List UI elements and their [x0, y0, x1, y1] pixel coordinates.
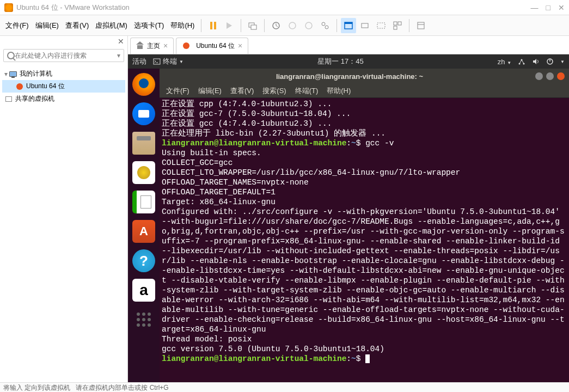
snapshot-manager-button[interactable]	[317, 18, 333, 33]
term-menu-view[interactable]: 查看(V)	[227, 85, 257, 97]
tab-ubuntu-close[interactable]: ×	[238, 41, 242, 50]
terminal-maximize-button[interactable]	[546, 72, 554, 80]
dock-show-apps[interactable]	[132, 308, 155, 331]
tab-home-close[interactable]: ×	[163, 41, 168, 50]
send-ctrl-alt-del-button[interactable]	[245, 18, 260, 33]
console-view-button[interactable]	[390, 18, 405, 33]
status-hint-2: 请在虚拟机内部单击或按 Ctrl+G	[76, 383, 168, 391]
chevron-down-icon: ▼	[179, 59, 183, 64]
menu-help[interactable]: 帮助(H)	[167, 19, 198, 33]
menu-file[interactable]: 文件(F)	[2, 19, 32, 33]
svg-rect-12	[398, 22, 401, 25]
expand-icon: ▾	[4, 70, 8, 78]
input-method[interactable]: zh ▼	[498, 58, 511, 66]
vm-tabs: 主页 × Ubuntu 64 位 ×	[128, 36, 569, 54]
snapshot-button[interactable]	[268, 18, 284, 33]
tree-root-label: 我的计算机	[20, 69, 52, 78]
window-title: Ubuntu 64 位 - VMware Workstation	[16, 3, 531, 13]
library-sidebar: ✕ ▾ ▾ 我的计算机 Ubuntu 64 位 共享的虚拟机	[0, 36, 128, 382]
snapshot-take-button[interactable]	[285, 18, 300, 33]
search-dropdown-icon[interactable]: ▾	[117, 52, 120, 59]
maximize-button[interactable]: □	[546, 3, 550, 12]
terminal-menubar: 文件(F) 编辑(E) 查看(V) 搜索(S) 终端(T) 帮助(H)	[160, 84, 569, 98]
snapshot-revert-button[interactable]	[301, 18, 316, 33]
search-icon	[7, 52, 15, 59]
svg-rect-9	[362, 23, 368, 28]
menu-tabs[interactable]: 选项卡(T)	[131, 19, 168, 33]
terminal-window: liangranran@liangranran-virtual-machine:…	[160, 69, 569, 382]
terminal-close-button[interactable]	[557, 72, 565, 80]
tab-ubuntu-label: Ubuntu 64 位	[196, 41, 235, 51]
search-input[interactable]	[15, 52, 117, 59]
terminal-app-icon	[153, 58, 161, 65]
sidebar-close-button[interactable]: ✕	[0, 36, 127, 47]
svg-rect-10	[377, 23, 385, 28]
terminal-titlebar[interactable]: liangranran@liangranran-virtual-machine:…	[160, 69, 569, 84]
tree-shared-label: 共享的虚拟机	[15, 94, 54, 103]
power-icon[interactable]	[546, 58, 554, 65]
home-icon	[136, 42, 144, 49]
svg-rect-11	[394, 22, 397, 25]
term-menu-file[interactable]: 文件(F)	[163, 85, 193, 97]
tab-home-label: 主页	[147, 41, 160, 51]
fullscreen-button[interactable]	[341, 18, 356, 33]
dock-amazon[interactable]	[132, 279, 155, 302]
status-hint-1: 将输入 定向到该虚拟机	[3, 383, 70, 391]
svg-rect-16	[154, 59, 160, 64]
svg-rect-13	[394, 26, 397, 29]
term-menu-search[interactable]: 搜索(S)	[259, 85, 289, 97]
stretch-button[interactable]	[374, 18, 389, 33]
dock-libreoffice[interactable]	[132, 191, 155, 213]
shared-icon	[4, 95, 13, 103]
close-button[interactable]: ✕	[558, 3, 565, 12]
computer-icon	[9, 70, 17, 78]
dock-rhythmbox[interactable]	[132, 161, 155, 184]
terminal-title: liangranran@liangranran-virtual-machine:…	[164, 72, 535, 81]
minimize-button[interactable]: —	[531, 3, 539, 12]
svg-point-4	[305, 22, 312, 29]
tree-vm-ubuntu[interactable]: Ubuntu 64 位	[2, 80, 125, 93]
tree-root[interactable]: ▾ 我的计算机	[2, 68, 125, 80]
tree-vm-label: Ubuntu 64 位	[26, 82, 65, 91]
library-button[interactable]	[413, 18, 429, 33]
network-icon[interactable]	[518, 58, 525, 65]
ubuntu-icon	[182, 41, 191, 50]
dock-firefox[interactable]	[132, 73, 155, 96]
term-menu-terminal[interactable]: 终端(T)	[292, 85, 322, 97]
terminal-minimize-button[interactable]	[535, 72, 543, 80]
activities-button[interactable]: 活动	[132, 57, 146, 66]
dock-thunderbird[interactable]	[132, 102, 155, 125]
terminal-body[interactable]: 正在设置 cpp (4:7.4.0-1ubuntu2.3) ...正在设置 gc…	[160, 98, 569, 382]
library-tree: ▾ 我的计算机 Ubuntu 64 位 共享的虚拟机	[0, 64, 127, 108]
sidebar-search[interactable]: ▾	[3, 49, 124, 62]
ubuntu-icon	[15, 82, 24, 91]
system-menu-icon[interactable]: ▼	[560, 59, 565, 64]
svg-point-5	[322, 22, 325, 26]
host-menubar: 文件(F) 编辑(E) 查看(V) 虚拟机(M) 选项卡(T) 帮助(H)	[0, 15, 569, 36]
tab-ubuntu[interactable]: Ubuntu 64 位 ×	[176, 38, 248, 54]
volume-icon[interactable]	[532, 58, 540, 65]
host-statusbar: 将输入 定向到该虚拟机 请在虚拟机内部单击或按 Ctrl+G	[0, 382, 569, 392]
menu-edit[interactable]: 编辑(E)	[32, 19, 62, 33]
current-app[interactable]: 终端 ▼	[153, 57, 183, 66]
vm-console[interactable]: 活动 终端 ▼ 星期一 17：45 zh ▼ ▼	[128, 54, 569, 382]
dock-help[interactable]	[132, 249, 155, 272]
svg-rect-1	[251, 25, 256, 29]
unity-button[interactable]	[357, 18, 372, 33]
gnome-clock[interactable]: 星期一 17：45	[183, 57, 498, 66]
vmware-icon	[4, 3, 13, 12]
pause-button[interactable]	[205, 18, 221, 33]
tab-home[interactable]: 主页 ×	[130, 38, 174, 54]
svg-rect-8	[345, 22, 352, 24]
menu-vm[interactable]: 虚拟机(M)	[92, 19, 131, 33]
menu-view[interactable]: 查看(V)	[62, 19, 92, 33]
gnome-topbar: 活动 终端 ▼ 星期一 17：45 zh ▼ ▼	[128, 54, 569, 69]
play-button[interactable]	[222, 18, 237, 33]
term-menu-edit[interactable]: 编辑(E)	[195, 85, 225, 97]
dock-files[interactable]	[132, 132, 155, 155]
svg-point-3	[289, 22, 296, 29]
dock-software[interactable]	[132, 220, 155, 243]
ubuntu-dock	[128, 69, 160, 382]
term-menu-help[interactable]: 帮助(H)	[323, 85, 354, 97]
tree-shared-vms[interactable]: 共享的虚拟机	[2, 93, 125, 105]
